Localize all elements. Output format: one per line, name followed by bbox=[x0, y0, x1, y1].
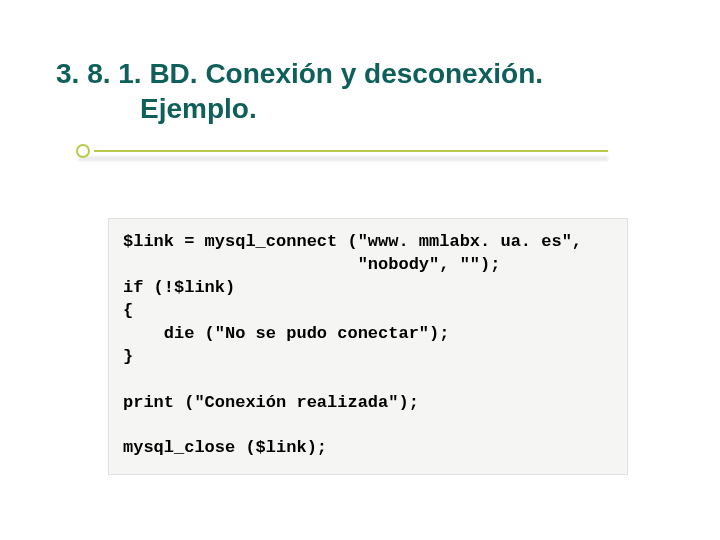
divider-dot-icon bbox=[76, 144, 90, 158]
title-line-2: Ejemplo. bbox=[56, 91, 664, 126]
slide-title: 3. 8. 1. BD. Conexión y desconexión. Eje… bbox=[56, 56, 664, 126]
title-line-1: 3. 8. 1. BD. Conexión y desconexión. bbox=[56, 58, 543, 89]
title-divider bbox=[56, 144, 664, 160]
code-block: $link = mysql_connect ("www. mmlabx. ua.… bbox=[108, 218, 628, 475]
divider-line bbox=[94, 150, 608, 152]
slide: 3. 8. 1. BD. Conexión y desconexión. Eje… bbox=[0, 0, 720, 540]
divider-shadow bbox=[78, 156, 608, 161]
